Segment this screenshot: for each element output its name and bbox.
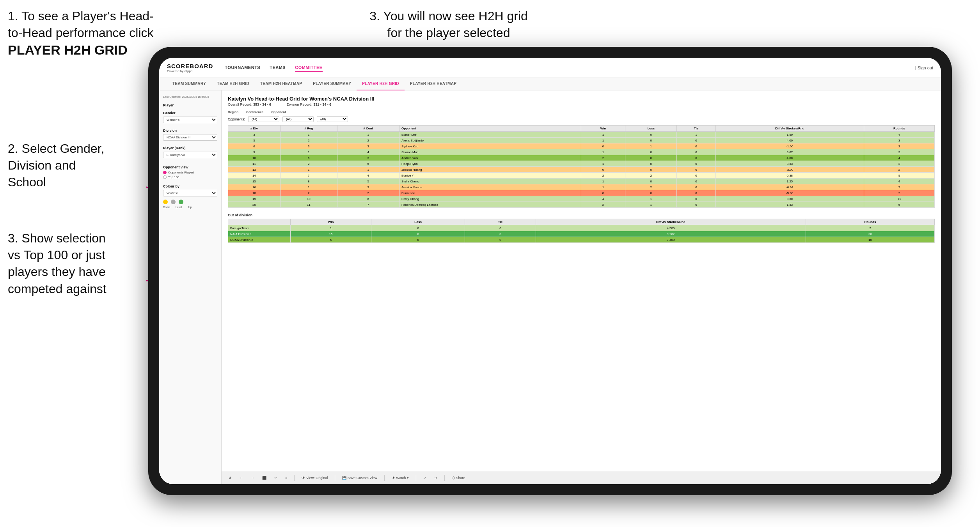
record-row: Overall Record: 353 - 34 - 6 Division Re…	[228, 103, 935, 106]
cell-diff: 3.33	[715, 161, 864, 167]
th-opponent: Opponent	[399, 126, 581, 132]
radio-group: Opponents Played Top 100	[163, 171, 217, 179]
cell-rounds: 3	[864, 149, 934, 155]
th-reg: # Reg	[280, 126, 337, 132]
cell-diff: 0.30	[715, 196, 864, 202]
opponent-select[interactable]: (All)	[317, 116, 348, 122]
sub-nav-player-heatmap[interactable]: PLAYER H2H HEATMAP	[405, 78, 462, 90]
cell-tie: 0	[677, 143, 716, 149]
out-th-rounds: Rounds	[806, 219, 934, 225]
toolbar-circle[interactable]: ○	[283, 475, 289, 481]
cell-tie: 0	[677, 149, 716, 155]
out-cell-tie: 0	[465, 237, 536, 243]
main-table-body: 3 1 1 Esther Lee 1 0 1 1.50 4 5 2 2 Alex…	[228, 132, 935, 208]
out-cell-win: 15	[291, 231, 371, 237]
gender-select[interactable]: Women's Men's	[163, 117, 217, 123]
filter-section: Region Conference Opponent	[228, 110, 935, 114]
cell-win: 1	[581, 179, 625, 184]
toolbar-crop[interactable]: ⬛	[260, 475, 269, 481]
cell-div: 14	[228, 173, 281, 179]
nav-teams[interactable]: TEAMS	[270, 64, 286, 72]
cell-div: 9	[228, 149, 281, 155]
cell-tie: 0	[677, 196, 716, 202]
toolbar-forward[interactable]: →	[249, 475, 257, 481]
opponent-view-section: Opponent view Opponents Played Top 100	[163, 165, 217, 179]
out-cell-loss: 0	[371, 225, 465, 231]
cell-win: 2	[581, 155, 625, 161]
cell-win: 1	[581, 138, 625, 143]
toolbar-divider-4	[416, 475, 416, 481]
nav-tournaments[interactable]: TOURNAMENTS	[225, 64, 260, 72]
cell-conf: 5	[337, 161, 399, 167]
radio-top100[interactable]: Top 100	[163, 175, 217, 179]
cell-rounds: 11	[864, 196, 934, 202]
cell-diff: -0.94	[715, 184, 864, 190]
table-row: 15 8 5 Stella Cheng 1 0 0 1.25 4	[228, 179, 935, 184]
colour-label-up: Up	[188, 206, 192, 209]
cell-tie: 0	[677, 138, 716, 143]
nav-committee[interactable]: COMMITTEE	[295, 64, 323, 72]
cell-tie: 1	[677, 132, 716, 138]
toolbar-back[interactable]: ←	[237, 475, 245, 481]
table-row: 20 11 7 Federica Domecq Lacroze 2 1 0 1.…	[228, 202, 935, 208]
toolbar-share[interactable]: ⬡ Share	[449, 475, 468, 481]
cell-rounds: 3	[864, 161, 934, 167]
cell-diff: -1.00	[715, 143, 864, 149]
sub-nav-team-h2h-grid[interactable]: TEAM H2H GRID	[211, 78, 255, 90]
sub-nav-team-heatmap[interactable]: TEAM H2H HEATMAP	[255, 78, 307, 90]
cell-diff: 1.25	[715, 179, 864, 184]
colour-by-select[interactable]: Win/loss	[163, 190, 217, 196]
out-of-division-table: Win Loss Tie Diff Av Strokes/Rnd Rounds …	[228, 219, 935, 243]
cell-div: 18	[228, 190, 281, 196]
table-row: 9 1 4 Sharon Mun 1 0 0 3.67 3	[228, 149, 935, 155]
conference-select[interactable]: (All)	[282, 116, 314, 122]
toolbar-watch[interactable]: 👁 Watch ▾	[389, 475, 411, 481]
division-select[interactable]: NCAA Division III NCAA Division I NCAA D…	[163, 134, 217, 141]
th-loss: Loss	[625, 126, 677, 132]
player-rank-select[interactable]: 8. Katelyn Vo	[163, 152, 217, 158]
toolbar-expand[interactable]: ⤢	[421, 475, 429, 481]
toolbar-undo[interactable]: ↺	[226, 475, 234, 481]
radio-opponents-played[interactable]: Opponents Played	[163, 171, 217, 174]
cell-rounds: 7	[864, 184, 934, 190]
out-th-diff: Diff Av Strokes/Rnd	[536, 219, 806, 225]
cell-div: 13	[228, 167, 281, 173]
cell-loss: 0	[625, 190, 677, 196]
out-cell-diff: 4.500	[536, 225, 806, 231]
cell-conf: 1	[337, 132, 399, 138]
table-header-row: # Div # Reg # Conf Opponent Win Loss Tie…	[228, 126, 935, 132]
toolbar-tab[interactable]: ⇥	[432, 475, 440, 481]
filter-conference-group: Conference	[246, 110, 263, 114]
cell-conf: 7	[337, 202, 399, 208]
out-cell-tie: 0	[465, 225, 536, 231]
cell-div: 3	[228, 132, 281, 138]
radio-dot-filled	[163, 171, 167, 174]
th-conf: # Conf	[337, 126, 399, 132]
cell-win: 1	[581, 132, 625, 138]
gender-label: Gender	[163, 111, 217, 115]
sign-out-link[interactable]: Sign out	[918, 65, 933, 70]
cell-diff: 0.38	[715, 173, 864, 179]
table-row: 14 7 4 Eunice Yi 2 2 0 0.38 9	[228, 173, 935, 179]
filter-region-group: Region	[228, 110, 238, 114]
sub-nav-team-summary[interactable]: TEAM SUMMARY	[167, 78, 211, 90]
sub-nav-player-summary[interactable]: PLAYER SUMMARY	[307, 78, 357, 90]
th-diff: Diff Av Strokes/Rnd	[715, 126, 864, 132]
table-row: 6 3 3 Sydney Kuo 0 1 0 -1.00 3	[228, 143, 935, 149]
cell-loss: 0	[625, 149, 677, 155]
cell-loss: 2	[625, 184, 677, 190]
nav-menu: TOURNAMENTS TEAMS COMMITTEE	[225, 64, 322, 72]
cell-reg: 1	[280, 132, 337, 138]
cell-loss: 1	[625, 196, 677, 202]
out-cell-win: 1	[291, 225, 371, 231]
toolbar-save-custom[interactable]: 💾 Save Custom View	[340, 475, 379, 481]
cell-opponent: Euna Lee	[399, 190, 581, 196]
sub-nav-player-h2h-grid[interactable]: PLAYER H2H GRID	[357, 78, 405, 90]
cell-diff: 4.00	[715, 155, 864, 161]
toolbar-reset[interactable]: ↩	[272, 475, 280, 481]
toolbar-view-original[interactable]: 👁 View: Original	[299, 475, 330, 481]
opponents-select[interactable]: (All)	[248, 116, 279, 122]
instruction-line2: to-Head performance click	[8, 26, 153, 40]
cell-opponent: Andrea York	[399, 155, 581, 161]
out-cell-opponent: NCAA Division 2	[228, 237, 291, 243]
